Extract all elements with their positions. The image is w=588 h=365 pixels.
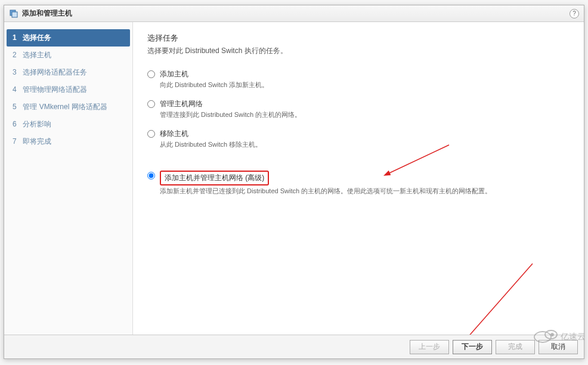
step-manage-physical[interactable]: 4 管理物理网络适配器 xyxy=(4,81,132,98)
svg-point-4 xyxy=(534,332,551,342)
step-analyze-impact[interactable]: 6 分析影响 xyxy=(4,116,132,133)
radio-manage-networking[interactable] xyxy=(147,100,155,108)
step-ready[interactable]: 7 即将完成 xyxy=(4,133,132,150)
radio-add-hosts[interactable] xyxy=(147,70,155,78)
back-button[interactable]: 上一步 xyxy=(410,340,449,354)
dialog-body: 1 选择任务 2 选择主机 3 选择网络适配器任务 4 管理物理网络适配器 5 … xyxy=(4,22,584,335)
wizard-sidebar: 1 选择任务 2 选择主机 3 选择网络适配器任务 4 管理物理网络适配器 5 … xyxy=(4,22,133,335)
dialog-title: 添加和管理主机 xyxy=(22,8,570,18)
option-label: 添加主机并管理主机网络 (高级) xyxy=(160,171,269,185)
option-desc: 从此 Distributed Switch 移除主机。 xyxy=(160,140,262,149)
option-add-hosts[interactable]: 添加主机 向此 Distributed Switch 添加新主机。 xyxy=(147,69,570,89)
finish-button[interactable]: 完成 xyxy=(496,340,535,354)
option-label: 管理主机网络 xyxy=(160,99,301,109)
content-heading: 选择任务 xyxy=(147,33,570,44)
step-select-task[interactable]: 1 选择任务 xyxy=(7,29,130,47)
option-manage-networking[interactable]: 管理主机网络 管理连接到此 Distributed Switch 的主机的网络。 xyxy=(147,99,570,119)
option-desc: 向此 Distributed Switch 添加新主机。 xyxy=(160,81,268,89)
step-select-hosts[interactable]: 2 选择主机 xyxy=(4,47,132,64)
content-subtitle: 选择要对此 Distributed Switch 执行的任务。 xyxy=(147,46,570,56)
step-select-adapter-tasks[interactable]: 3 选择网络适配器任务 xyxy=(4,64,132,81)
next-button[interactable]: 下一步 xyxy=(453,340,492,354)
option-label: 移除主机 xyxy=(160,129,262,139)
dialog-footer: 上一步 下一步 完成 取消 xyxy=(4,335,584,358)
option-remove-hosts[interactable]: 移除主机 从此 Distributed Switch 移除主机。 xyxy=(147,129,570,149)
wizard-content: 选择任务 选择要对此 Distributed Switch 执行的任务。 添加主… xyxy=(133,22,584,335)
option-label: 添加主机 xyxy=(160,69,268,79)
hosts-icon xyxy=(9,9,18,18)
help-icon[interactable]: ? xyxy=(570,9,579,18)
svg-point-6 xyxy=(551,333,553,336)
dialog: 添加和管理主机 ? 1 选择任务 2 选择主机 3 选择网络适配器任务 4 管理… xyxy=(4,5,584,359)
svg-line-3 xyxy=(467,264,533,335)
step-manage-vmkernel[interactable]: 5 管理 VMkernel 网络适配器 xyxy=(4,98,132,116)
svg-line-2 xyxy=(388,145,449,174)
watermark-text: 亿速云 xyxy=(560,332,584,341)
option-desc: 管理连接到此 Distributed Switch 的主机的网络。 xyxy=(160,110,301,119)
radio-remove-hosts[interactable] xyxy=(147,130,155,138)
svg-rect-1 xyxy=(12,12,17,17)
option-add-and-manage[interactable]: 添加主机并管理主机网络 (高级) 添加新主机并管理已连接到此 Distribut… xyxy=(147,171,570,196)
radio-add-and-manage[interactable] xyxy=(147,172,155,180)
annotation-arrow-next xyxy=(455,261,539,335)
watermark: 亿速云 xyxy=(531,326,584,347)
option-desc: 添加新主机并管理已连接到此 Distributed Switch 的主机的网络。… xyxy=(160,187,491,196)
titlebar: 添加和管理主机 ? xyxy=(4,5,584,22)
